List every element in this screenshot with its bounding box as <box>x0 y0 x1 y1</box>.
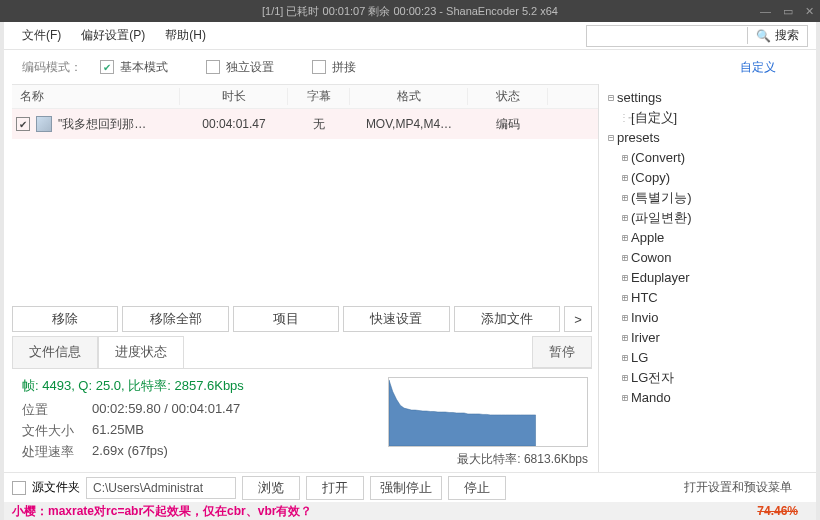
tree-item[interactable]: ⊞HTC <box>605 288 810 308</box>
tree-presets[interactable]: ⊟presets <box>605 128 810 148</box>
tree-item-label: (파일변환) <box>631 208 692 228</box>
remove-button[interactable]: 移除 <box>12 306 118 332</box>
status-message: 小樱：maxrate对rc=abr不起效果，仅在cbr、vbr有效？ <box>12 503 312 520</box>
force-stop-button[interactable]: 强制停止 <box>370 476 442 500</box>
tree-item-label: HTC <box>631 288 658 308</box>
action-buttons: 移除 移除全部 项目 快速设置 添加文件 > <box>12 302 598 336</box>
bottom-bar: 源文件夹 C:\Users\Administrat 浏览 打开 强制停止 停止 … <box>4 472 816 502</box>
pos-label: 位置 <box>22 401 92 419</box>
progress-stats: 帧: 4493, Q: 25.0, 比特率: 2857.6Kbps <box>22 377 376 395</box>
col-status[interactable]: 状态 <box>468 88 548 105</box>
info-tabs: 文件信息 进度状态 暂停 <box>12 336 592 369</box>
mode-concat[interactable]: 拼接 <box>312 59 356 76</box>
table-row[interactable]: ✔ "我多想回到那… 00:04:01.47 无 MOV,MP4,M4… 编码 <box>12 109 598 139</box>
tree-item[interactable]: ⊞(특별기능) <box>605 188 810 208</box>
tree-item[interactable]: ⊞Mando <box>605 388 810 408</box>
tree-settings-label: settings <box>617 88 662 108</box>
tree-item[interactable]: ⊞Invio <box>605 308 810 328</box>
custom-link[interactable]: 自定义 <box>740 59 776 76</box>
stop-button[interactable]: 停止 <box>448 476 506 500</box>
col-subtitle[interactable]: 字幕 <box>288 88 350 105</box>
search-box: 🔍 搜索 <box>586 25 808 47</box>
max-bitrate-label: 最大比特率: 6813.6Kbps <box>388 451 588 468</box>
size-value: 61.25MB <box>92 422 144 440</box>
mode-basic-label: 基本模式 <box>120 59 168 76</box>
open-button[interactable]: 打开 <box>306 476 364 500</box>
tree-item[interactable]: ⊞Cowon <box>605 248 810 268</box>
maximize-icon[interactable]: ▭ <box>783 5 793 18</box>
tree-custom-label: [自定义] <box>631 108 677 128</box>
plus-icon: ⊞ <box>619 388 631 408</box>
menubar: 文件(F) 偏好设置(P) 帮助(H) 🔍 搜索 <box>4 22 816 50</box>
mode-label: 编码模式： <box>22 59 82 76</box>
checkbox-icon <box>206 60 220 74</box>
search-input[interactable] <box>587 29 747 43</box>
title-text: [1/1] 已耗时 00:01:07 剩余 00:00:23 - ShanaEn… <box>262 4 558 19</box>
tree-item-label: Iriver <box>631 328 660 348</box>
plus-icon: ⊞ <box>619 168 631 188</box>
col-name[interactable]: 名称 <box>12 88 180 105</box>
tree-item[interactable]: ⊞(Copy) <box>605 168 810 188</box>
search-button[interactable]: 🔍 搜索 <box>747 27 807 44</box>
mode-basic[interactable]: ✔ 基本模式 <box>100 59 168 76</box>
plus-icon: ⊞ <box>619 268 631 288</box>
tree-item[interactable]: ⊞Eduplayer <box>605 268 810 288</box>
output-path[interactable]: C:\Users\Administrat <box>86 477 236 499</box>
browse-button[interactable]: 浏览 <box>242 476 300 500</box>
tree-item-label: (특별기능) <box>631 188 692 208</box>
menu-file[interactable]: 文件(F) <box>12 23 71 48</box>
status-bar: 小樱：maxrate对rc=abr不起效果，仅在cbr、vbr有效？ 74.46… <box>4 502 816 520</box>
tree-item[interactable]: ⊞Iriver <box>605 328 810 348</box>
pause-button[interactable]: 暂停 <box>532 336 592 368</box>
source-folder-label: 源文件夹 <box>32 479 80 496</box>
tree-presets-label: presets <box>617 128 660 148</box>
more-button[interactable]: > <box>564 306 592 332</box>
tree-custom[interactable]: ⋮⋯[自定义] <box>605 108 810 128</box>
tree-item[interactable]: ⊞LG전자 <box>605 368 810 388</box>
open-settings-label[interactable]: 打开设置和预设菜单 <box>684 479 808 496</box>
tab-progress[interactable]: 进度状态 <box>98 336 184 368</box>
file-icon <box>36 116 52 132</box>
tree-item[interactable]: ⊞LG <box>605 348 810 368</box>
close-icon[interactable]: ✕ <box>805 5 814 18</box>
col-format[interactable]: 格式 <box>350 88 468 105</box>
tree-item-label: (Convert) <box>631 148 685 168</box>
tree-item-label: Cowon <box>631 248 671 268</box>
progress-panel: 帧: 4493, Q: 25.0, 比特率: 2857.6Kbps 位置00:0… <box>12 369 598 472</box>
menu-help[interactable]: 帮助(H) <box>155 23 216 48</box>
plus-icon: ⊞ <box>619 308 631 328</box>
row-checkbox[interactable]: ✔ <box>16 117 30 131</box>
minus-icon: ⊟ <box>605 128 617 148</box>
plus-icon: ⊞ <box>619 348 631 368</box>
file-table: 名称 时长 字幕 格式 状态 ✔ "我多想回到那… 00:04:01.47 无 … <box>12 84 598 139</box>
add-file-button[interactable]: 添加文件 <box>454 306 560 332</box>
source-folder-checkbox[interactable] <box>12 481 26 495</box>
progress-percent: 74.46% <box>757 504 808 518</box>
row-duration: 00:04:01.47 <box>180 117 288 131</box>
remove-all-button[interactable]: 移除全部 <box>122 306 228 332</box>
tree-item[interactable]: ⊞Apple <box>605 228 810 248</box>
mode-bar: 编码模式： ✔ 基本模式 独立设置 拼接 自定义 <box>4 50 816 84</box>
tree-item-label: Invio <box>631 308 658 328</box>
quick-settings-button[interactable]: 快速设置 <box>343 306 449 332</box>
tree-item-label: Mando <box>631 388 671 408</box>
plus-icon: ⊞ <box>619 188 631 208</box>
minimize-icon[interactable]: — <box>760 5 771 18</box>
checkbox-icon <box>312 60 326 74</box>
tree-item[interactable]: ⊞(Convert) <box>605 148 810 168</box>
row-subtitle: 无 <box>288 116 350 133</box>
project-button[interactable]: 项目 <box>233 306 339 332</box>
menu-preferences[interactable]: 偏好设置(P) <box>71 23 155 48</box>
tree-item-label: LG <box>631 348 648 368</box>
preset-tree: ⊟settings ⋮⋯[自定义] ⊟presets ⊞(Convert)⊞(C… <box>598 84 816 472</box>
col-duration[interactable]: 时长 <box>180 88 288 105</box>
tree-line-icon: ⋮⋯ <box>619 108 631 128</box>
mode-independent[interactable]: 独立设置 <box>206 59 274 76</box>
tree-item-label: Apple <box>631 228 664 248</box>
search-icon: 🔍 <box>756 29 771 43</box>
tree-item-label: LG전자 <box>631 368 674 388</box>
tab-file-info[interactable]: 文件信息 <box>12 336 98 368</box>
tree-settings[interactable]: ⊟settings <box>605 88 810 108</box>
plus-icon: ⊞ <box>619 328 631 348</box>
tree-item[interactable]: ⊞(파일변환) <box>605 208 810 228</box>
